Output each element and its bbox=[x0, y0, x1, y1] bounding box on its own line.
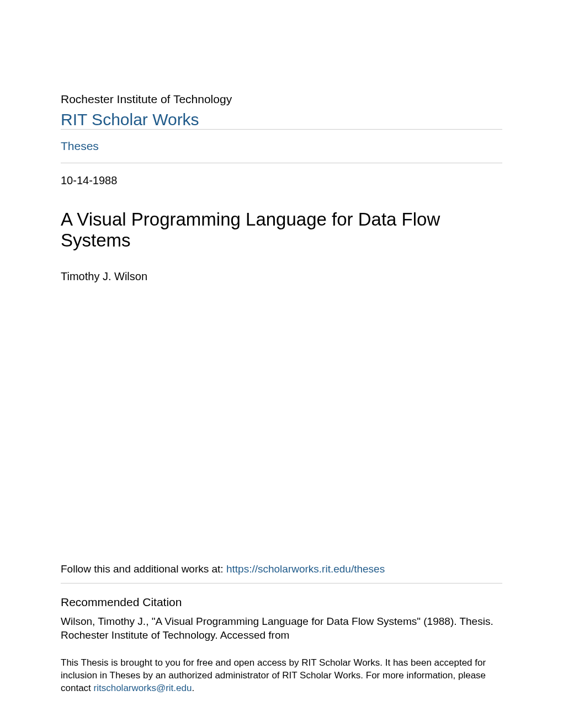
site-name-link[interactable]: RIT Scholar Works bbox=[61, 110, 199, 129]
follow-link[interactable]: https://scholarworks.rit.edu/theses bbox=[226, 563, 385, 575]
institution-name: Rochester Institute of Technology bbox=[61, 93, 502, 106]
access-text-period: . bbox=[192, 683, 194, 693]
collection-link-theses[interactable]: Theses bbox=[61, 130, 502, 163]
document-author: Timothy J. Wilson bbox=[61, 270, 502, 283]
document-date: 10-14-1988 bbox=[61, 163, 502, 187]
citation-text: Wilson, Timothy J., "A Visual Programmin… bbox=[61, 614, 502, 643]
follow-line: Follow this and additional works at: htt… bbox=[61, 563, 502, 575]
page-container: Rochester Institute of Technology RIT Sc… bbox=[0, 0, 563, 728]
divider-follow bbox=[61, 583, 502, 584]
follow-prefix: Follow this and additional works at: bbox=[61, 563, 226, 575]
contact-email-link[interactable]: ritscholarworks@rit.edu bbox=[94, 683, 192, 693]
document-title: A Visual Programming Language for Data F… bbox=[61, 209, 502, 251]
footer-section: This Thesis is brought to you for free a… bbox=[61, 657, 502, 695]
access-statement: This Thesis is brought to you for free a… bbox=[61, 657, 502, 695]
lower-section: Follow this and additional works at: htt… bbox=[61, 563, 502, 643]
citation-heading: Recommended Citation bbox=[61, 596, 502, 609]
